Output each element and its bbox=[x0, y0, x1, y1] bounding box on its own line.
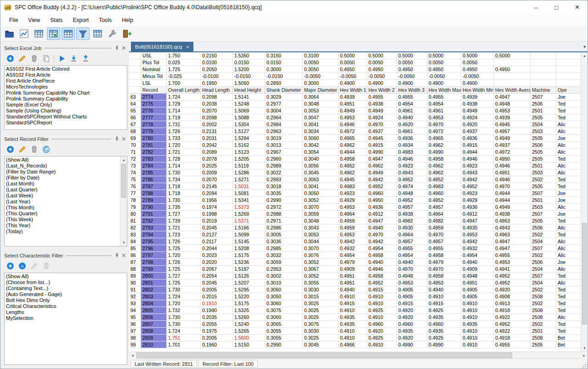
limit-value-cell[interactable]: 0.0050 bbox=[397, 59, 427, 66]
grid-cell[interactable]: 2505 bbox=[531, 341, 556, 348]
grid-cell[interactable]: 0.4964 bbox=[339, 211, 367, 218]
grid-cell[interactable]: 0.4940 bbox=[367, 224, 397, 231]
grid-cell[interactable]: 2505 bbox=[531, 218, 556, 224]
grid-cell[interactable]: 0.4910 bbox=[367, 341, 397, 348]
grid-cell[interactable]: 0.4964 bbox=[397, 231, 427, 238]
list-item[interactable]: (This Year) bbox=[5, 223, 120, 229]
grid-cell[interactable]: 2503 bbox=[531, 169, 556, 176]
limit-value-cell[interactable]: 0.0150 bbox=[265, 59, 303, 66]
grid-cell[interactable]: 0.2989 bbox=[265, 162, 303, 169]
grid-cell[interactable]: 2506 bbox=[531, 142, 556, 149]
grid-cell[interactable]: 1.729 bbox=[167, 101, 201, 107]
grid-cell[interactable]: 0.3015 bbox=[303, 293, 339, 300]
grid-cell[interactable]: 1.5069 bbox=[233, 107, 265, 114]
tab-bolt-qcq[interactable]: Bolt(051618150).qcq × bbox=[131, 42, 193, 51]
grid-cell[interactable]: 0.4954 bbox=[339, 252, 367, 259]
grid-cell[interactable]: 0.3067 bbox=[303, 266, 339, 273]
grid-cell[interactable]: 0.4954 bbox=[367, 245, 397, 252]
grid-cell[interactable]: Ted bbox=[556, 231, 581, 238]
record-cell[interactable]: 2782 bbox=[141, 149, 167, 156]
grid-cell[interactable]: 0.4952 bbox=[367, 183, 397, 190]
list-item[interactable]: (Show All) bbox=[5, 157, 120, 163]
limit-value-cell[interactable]: 0.5000 bbox=[494, 52, 531, 59]
grid-cell[interactable]: 0.4958 bbox=[427, 156, 461, 162]
grid-cell[interactable]: 0.4937 bbox=[494, 142, 531, 149]
grid-cell[interactable]: Alic bbox=[556, 149, 581, 156]
grid-cell[interactable]: 0.2094 bbox=[201, 190, 233, 197]
grid-cell[interactable]: 0.4955 bbox=[494, 252, 531, 259]
grid-cell[interactable]: 0.3019 bbox=[265, 135, 303, 142]
column-header[interactable]: Major Diameter bbox=[303, 87, 339, 94]
grid-cell[interactable]: 0.3030 bbox=[303, 328, 339, 335]
scroll-up-icon[interactable]: ▲ bbox=[581, 52, 588, 59]
grid-cell[interactable]: 0.3005 bbox=[265, 231, 303, 238]
grid-cell[interactable]: 0.4970 bbox=[427, 266, 461, 273]
grid-cell[interactable]: 0.3047 bbox=[303, 114, 339, 121]
list-item[interactable]: (This Month) bbox=[5, 205, 120, 211]
list-item[interactable]: (Auto Generated - Gage) bbox=[5, 291, 127, 297]
grid-cell[interactable]: 0.4940 bbox=[397, 259, 427, 266]
grid-cell[interactable]: 0.4955 bbox=[367, 94, 397, 101]
grid-cell[interactable]: 0.4953 bbox=[339, 204, 367, 211]
grid-cell[interactable]: Ted bbox=[556, 307, 581, 314]
pin-icon[interactable] bbox=[113, 45, 120, 51]
grid-cell[interactable]: Alic bbox=[556, 280, 581, 286]
grid-cell[interactable]: 0.3043 bbox=[303, 224, 339, 231]
grid-cell[interactable]: 0.4932 bbox=[461, 245, 494, 252]
grid-cell[interactable]: 0.3053 bbox=[303, 107, 339, 114]
grid-cell[interactable]: 0.4970 bbox=[367, 121, 397, 128]
grid-cell[interactable]: 2504 bbox=[531, 280, 556, 286]
grid-cell[interactable]: 0.2035 bbox=[201, 314, 233, 321]
grid-cell[interactable]: 0.4957 bbox=[397, 238, 427, 245]
grid-cell[interactable]: 0.3032 bbox=[265, 252, 303, 259]
list-item[interactable]: StandardSPCReport bbox=[5, 120, 127, 126]
grid-cell[interactable]: 0.3052 bbox=[303, 273, 339, 280]
grid-cell[interactable]: 0.4920 bbox=[494, 286, 531, 293]
grid-cell[interactable]: 0.4925 bbox=[367, 335, 397, 341]
scroll-left-icon[interactable]: ◄ bbox=[129, 352, 136, 359]
grid-cell[interactable]: 0.2070 bbox=[201, 107, 233, 114]
grid-cell[interactable]: 0.4942 bbox=[367, 176, 397, 183]
grid-cell[interactable]: 0.4958 bbox=[427, 252, 461, 259]
grid-cell[interactable]: 0.4954 bbox=[427, 101, 461, 107]
record-cell[interactable]: 2784 bbox=[141, 162, 167, 169]
limit-value-cell[interactable]: 1.5350 bbox=[233, 52, 265, 59]
grid-cell[interactable]: 0.4953 bbox=[494, 259, 531, 266]
add-job-button[interactable] bbox=[6, 54, 15, 63]
grid-cell[interactable]: 0.2009 bbox=[201, 169, 233, 176]
grid-cell[interactable]: 1.5294 bbox=[233, 135, 265, 142]
limit-value-cell[interactable] bbox=[494, 73, 531, 80]
record-cell[interactable]: 2786 bbox=[141, 176, 167, 183]
grid-cell[interactable]: 0.2023 bbox=[201, 252, 233, 259]
grid-cell[interactable]: 1.719 bbox=[167, 114, 201, 121]
list-item[interactable]: (This Quarter) bbox=[5, 211, 120, 217]
grid-cell[interactable]: 0.4970 bbox=[427, 231, 461, 238]
grid-cell[interactable]: 0.3050 bbox=[303, 190, 339, 197]
record-cell[interactable]: 2801 bbox=[141, 280, 167, 286]
delete-char-filter-button[interactable] bbox=[42, 262, 51, 270]
grid-cell[interactable]: 0.4910 bbox=[367, 300, 397, 307]
grid-cell[interactable]: 1.714 bbox=[167, 107, 201, 114]
grid-cell[interactable]: 0.4970 bbox=[427, 121, 461, 128]
grid-cell[interactable]: 0.4962 bbox=[427, 142, 461, 149]
grid-cell[interactable]: Joe bbox=[556, 135, 581, 142]
limit-value-cell[interactable]: 0.4950 bbox=[339, 66, 367, 73]
limit-value-cell[interactable]: 0.4900 bbox=[339, 80, 367, 87]
grid-cell[interactable]: 0.4910 bbox=[461, 335, 494, 341]
grid-cell[interactable]: 0.4944 bbox=[339, 149, 367, 156]
grid-cell[interactable]: 0.4942 bbox=[339, 238, 367, 245]
grid-cell[interactable]: 0.4920 bbox=[461, 121, 494, 128]
copy-job-button[interactable] bbox=[42, 54, 51, 63]
grid-cell[interactable]: 0.4942 bbox=[461, 176, 494, 183]
record-cell[interactable]: 2779 bbox=[141, 128, 167, 135]
scrollbar-thumb[interactable] bbox=[121, 164, 126, 198]
grid-cell[interactable]: 0.4937 bbox=[367, 128, 397, 135]
grid-cell[interactable]: 1.5248 bbox=[233, 101, 265, 107]
grid-cell[interactable]: 0.4952 bbox=[494, 273, 531, 280]
grid-cell[interactable] bbox=[531, 59, 556, 66]
list-scrollbar[interactable]: ▲ ▼ bbox=[120, 157, 127, 246]
record-cell[interactable]: 2776 bbox=[141, 107, 167, 114]
grid-cell[interactable]: 0.4922 bbox=[494, 328, 531, 335]
grid-cell[interactable]: 1.730 bbox=[167, 314, 201, 321]
grid-cell[interactable]: 0.3060 bbox=[265, 314, 303, 321]
